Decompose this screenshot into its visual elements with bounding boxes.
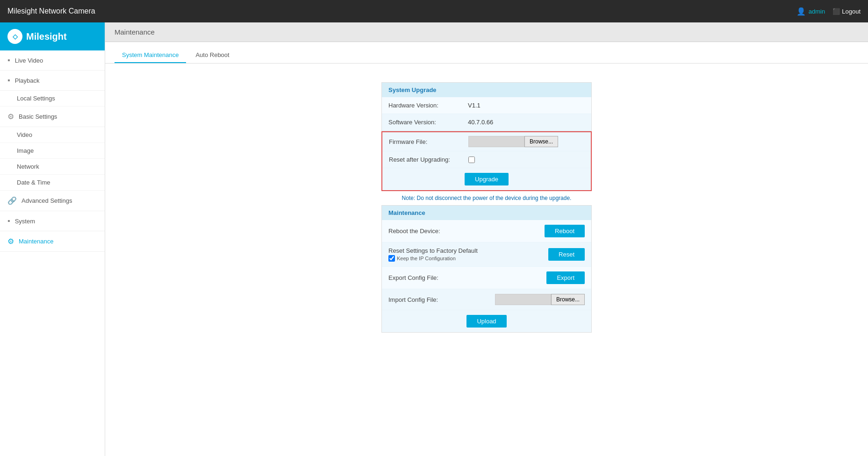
keep-ip-checkbox[interactable] <box>388 255 395 262</box>
logout-icon: ⬛ <box>832 8 840 15</box>
software-version-value: 40.7.0.66 <box>468 119 493 126</box>
sidebar-item-video[interactable]: Video <box>0 127 105 143</box>
sidebar-item-maintenance[interactable]: ⚙ Maintenance <box>0 231 105 252</box>
reset-main-label: Reset Settings to Factory Default <box>388 247 548 254</box>
sidebar-label-basic-settings: Basic Settings <box>19 113 57 120</box>
import-file-wrapper: Browse... <box>495 294 585 305</box>
maintenance-title: Maintenance <box>388 209 425 216</box>
maintenance-icon: ⚙ <box>7 237 14 246</box>
maintenance-header: Maintenance <box>382 206 591 220</box>
firmware-file-label: Firmware File: <box>389 138 468 145</box>
hardware-version-value: V1.1 <box>468 102 481 109</box>
firmware-browse-button[interactable]: Browse... <box>524 136 558 147</box>
reset-after-label: Reset after Upgrading: <box>389 156 468 163</box>
playback-icon: ▪ <box>7 76 10 85</box>
tab-system-maintenance-label: System Maintenance <box>122 51 179 58</box>
export-label: Export Config File: <box>388 274 546 281</box>
keep-ip-row: Keep the IP Configuration <box>388 255 548 262</box>
sidebar-label-playback: Playback <box>15 77 40 84</box>
firmware-file-textbox[interactable] <box>468 136 524 147</box>
firmware-file-row: Firmware File: Browse... <box>382 132 591 151</box>
top-bar: Milesight Network Camera 👤 admin ⬛ Logou… <box>0 0 868 22</box>
export-row: Export Config File: Export <box>382 267 591 289</box>
content-body: System Maintenance Auto Reboot System Up… <box>105 42 868 456</box>
sidebar-logo: ◇ Milesight <box>0 22 105 50</box>
firmware-section: Firmware File: Browse... Reset after Upg… <box>381 131 592 191</box>
reset-after-checkbox[interactable] <box>468 157 475 163</box>
user-info: 👤 admin <box>796 7 825 16</box>
firmware-file-input-wrapper: Browse... <box>468 136 558 147</box>
logout-label: Logout <box>842 8 861 15</box>
sidebar: ◇ Milesight ▪ Live Video ▪ Playback Loca… <box>0 22 105 456</box>
reboot-row: Reboot the Device: Reboot <box>382 220 591 242</box>
tab-system-maintenance[interactable]: System Maintenance <box>115 48 186 63</box>
main-content: System Upgrade Hardware Version: V1.1 So… <box>105 64 868 351</box>
reboot-label: Reboot the Device: <box>388 228 545 235</box>
sidebar-item-system[interactable]: ▪ System <box>0 211 105 231</box>
user-icon: 👤 <box>796 7 806 16</box>
sidebar-item-basic-settings[interactable]: ⚙ Basic Settings <box>0 107 105 127</box>
import-file-textbox[interactable] <box>495 294 551 305</box>
basic-settings-icon: ⚙ <box>7 112 14 121</box>
keep-ip-label: Keep the IP Configuration <box>397 256 456 261</box>
live-video-icon: ▪ <box>7 56 10 64</box>
sidebar-item-image[interactable]: Image <box>0 143 105 159</box>
sidebar-label-live-video: Live Video <box>15 57 43 64</box>
system-icon: ▪ <box>7 217 10 225</box>
top-bar-right: 👤 admin ⬛ Logout <box>796 7 861 16</box>
page-header: Maintenance <box>105 22 868 42</box>
import-row: Import Config File: Browse... <box>382 289 591 310</box>
system-upgrade-title: System Upgrade <box>388 86 437 93</box>
sidebar-label-local-settings: Local Settings <box>17 95 55 102</box>
sidebar-label-maintenance: Maintenance <box>19 238 53 245</box>
reset-button[interactable]: Reset <box>548 248 585 261</box>
whole-area: System Upgrade Hardware Version: V1.1 So… <box>119 73 854 342</box>
tab-auto-reboot-label: Auto Reboot <box>195 51 229 58</box>
hardware-version-label: Hardware Version: <box>388 102 468 109</box>
sidebar-item-live-video[interactable]: ▪ Live Video <box>0 50 105 71</box>
reset-after-upgrading-row: Reset after Upgrading: <box>382 151 591 168</box>
logo-icon: ◇ <box>7 29 22 44</box>
export-button[interactable]: Export <box>546 271 585 284</box>
sidebar-item-network[interactable]: Network <box>0 159 105 175</box>
hardware-version-row: Hardware Version: V1.1 <box>382 97 591 114</box>
logout-button[interactable]: ⬛ Logout <box>832 8 861 15</box>
import-label: Import Config File: <box>388 296 495 303</box>
main-layout: ◇ Milesight ▪ Live Video ▪ Playback Loca… <box>0 22 868 456</box>
upgrade-note: Note: Do not disconnect the power of the… <box>381 195 592 201</box>
sidebar-label-date-time: Date & Time <box>17 179 50 186</box>
sidebar-label-image: Image <box>17 147 34 154</box>
sidebar-label-video: Video <box>17 131 32 138</box>
sidebar-item-local-settings[interactable]: Local Settings <box>0 91 105 107</box>
username: admin <box>809 8 825 15</box>
logo-text: Milesight <box>26 31 67 42</box>
upgrade-btn-row: Upgrade <box>382 168 591 190</box>
system-upgrade-box: System Upgrade Hardware Version: V1.1 So… <box>381 82 592 131</box>
sidebar-label-system: System <box>15 218 35 225</box>
import-browse-button[interactable]: Browse... <box>551 294 585 305</box>
sidebar-label-advanced-settings: Advanced Settings <box>22 197 72 204</box>
reset-label-block: Reset Settings to Factory Default Keep t… <box>388 247 548 262</box>
upgrade-button[interactable]: Upgrade <box>465 173 509 185</box>
maintenance-section: Maintenance Reboot the Device: Reboot Re… <box>381 205 592 333</box>
page-header-text: Maintenance <box>115 28 155 36</box>
content-area: Maintenance System Maintenance Auto Rebo… <box>105 22 868 456</box>
upload-button[interactable]: Upload <box>466 315 506 328</box>
sidebar-item-advanced-settings[interactable]: 🔗 Advanced Settings <box>0 191 105 211</box>
app-title: Milesight Network Camera <box>7 7 95 15</box>
sidebar-item-playback[interactable]: ▪ Playback <box>0 71 105 91</box>
upload-btn-row: Upload <box>382 310 591 332</box>
system-upgrade-header: System Upgrade <box>382 83 591 97</box>
tabs-bar: System Maintenance Auto Reboot <box>105 42 868 64</box>
software-version-label: Software Version: <box>388 119 468 126</box>
advanced-settings-icon: 🔗 <box>7 196 17 205</box>
sidebar-label-network: Network <box>17 163 39 170</box>
reset-row: Reset Settings to Factory Default Keep t… <box>382 242 591 267</box>
software-version-row: Software Version: 40.7.0.66 <box>382 114 591 131</box>
sidebar-item-date-time[interactable]: Date & Time <box>0 175 105 191</box>
reboot-button[interactable]: Reboot <box>545 225 585 237</box>
tab-auto-reboot[interactable]: Auto Reboot <box>188 48 237 63</box>
